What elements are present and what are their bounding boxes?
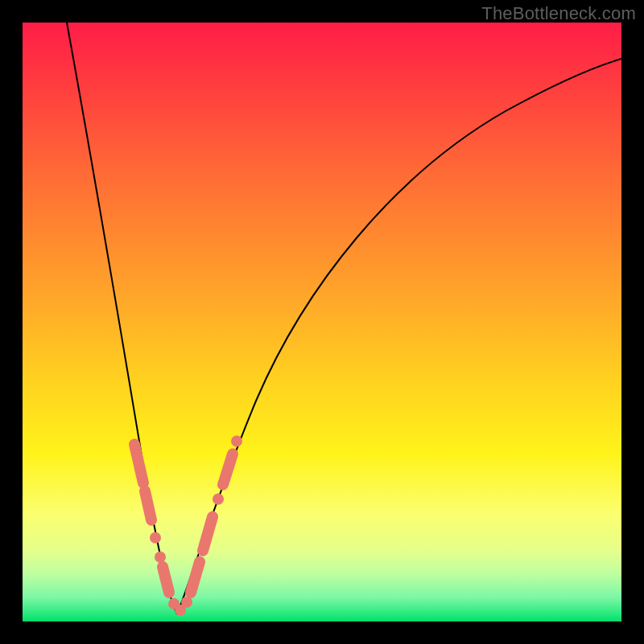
marker-pill <box>203 517 213 551</box>
marker-dot <box>150 532 161 543</box>
watermark-text: TheBottleneck.com <box>481 3 636 24</box>
marker-dot <box>181 597 192 608</box>
marker-pill <box>191 562 200 592</box>
marker-dot <box>213 493 224 505</box>
curve-left <box>67 23 177 614</box>
marker-pill <box>145 491 151 520</box>
chart-frame <box>23 23 621 621</box>
marker-pill <box>134 444 143 483</box>
marker-dot <box>231 436 242 447</box>
marker-pill <box>163 567 169 592</box>
marker-group <box>134 436 242 616</box>
bottleneck-plot <box>23 23 621 621</box>
marker-pill <box>223 454 233 485</box>
marker-dot <box>155 551 166 563</box>
curve-right <box>177 59 621 614</box>
